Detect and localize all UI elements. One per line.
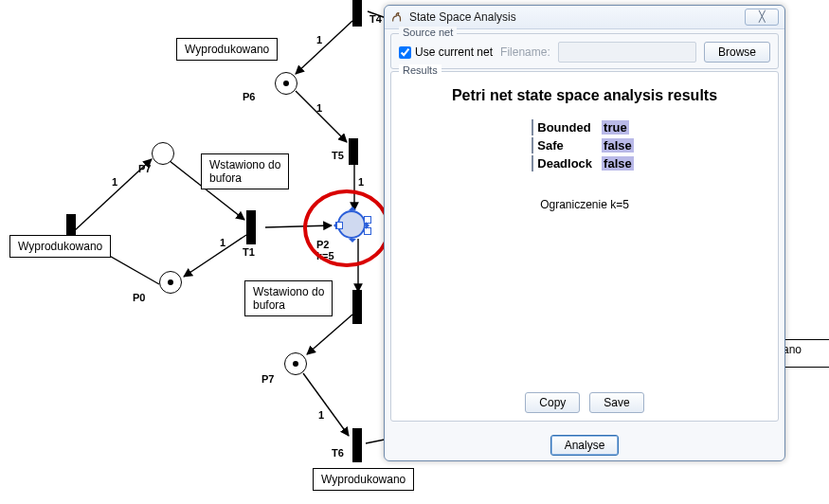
group-legend: Source net — [399, 27, 457, 38]
group-legend: Results — [399, 64, 442, 76]
cutoff-text: ano — [783, 343, 802, 356]
transition-T1[interactable] — [246, 210, 256, 244]
analyse-row: Analyse — [385, 427, 784, 458]
arc-weight: 1 — [316, 102, 322, 114]
place-label: P0 — [133, 292, 145, 303]
arc-weight: 1 — [318, 409, 324, 421]
source-net-group: Source net Use current net Filename: Bro… — [390, 33, 779, 69]
labelbox-wyprodukowano-left[interactable]: Wyprodukowano — [9, 235, 111, 258]
labelbox-wyprodukowano-bottom[interactable]: Wyprodukowano — [313, 468, 414, 491]
place-label: P7 — [138, 163, 151, 174]
results-properties-table: Bounded true Safe false Deadlock false — [530, 117, 639, 173]
window-close-button[interactable]: ╳ — [745, 9, 779, 26]
use-current-net-checkbox[interactable]: Use current net — [399, 45, 493, 59]
highlight-circle — [303, 189, 390, 267]
results-button-row: Copy Save — [401, 385, 768, 413]
labelbox-wyprodukowano-top[interactable]: Wyprodukowano — [176, 38, 278, 61]
window-title: State Space Analysis — [409, 10, 745, 24]
filename-label: Filename: — [500, 45, 550, 59]
transition-T6[interactable] — [352, 428, 362, 462]
transition-label: T6 — [332, 447, 344, 459]
table-row: Bounded true — [532, 119, 637, 135]
analyse-button[interactable]: Analyse — [550, 435, 620, 456]
transition-label: T5 — [332, 150, 344, 161]
prop-value: false — [602, 138, 634, 153]
transition-T4[interactable] — [352, 0, 362, 27]
app-icon — [390, 10, 404, 24]
labelbox-cutoff-right[interactable]: ano — [778, 339, 829, 368]
prop-value: false — [602, 156, 634, 171]
use-current-net-label: Use current net — [415, 45, 493, 59]
results-group: Results Petri net state space analysis r… — [390, 71, 779, 422]
labelbox-wstawiono-top[interactable]: Wstawiono do bufora — [201, 153, 289, 189]
save-button[interactable]: Save — [589, 392, 643, 413]
arc-weight: 1 — [220, 237, 225, 248]
filename-field — [558, 42, 696, 63]
copy-button[interactable]: Copy — [525, 392, 580, 413]
arc-weight: 1 — [358, 176, 364, 188]
prop-key: Safe — [532, 137, 596, 153]
place-P7-bottom[interactable] — [284, 352, 307, 375]
labelbox-wstawiono-bottom[interactable]: Wstawiono do bufora — [244, 280, 333, 316]
use-current-net-input[interactable] — [399, 46, 411, 59]
transition-label: T4 — [369, 13, 382, 25]
arc-weight: 1 — [112, 176, 117, 188]
place-P6[interactable] — [275, 72, 297, 95]
prop-value: true — [602, 120, 629, 135]
prop-key: Deadlock — [532, 155, 596, 171]
place-label: P7 — [261, 373, 274, 385]
results-caption: Ograniczenie k=5 — [401, 198, 768, 211]
place-P0[interactable] — [159, 271, 182, 294]
transition-mid-bottom[interactable] — [352, 290, 362, 324]
table-row: Safe false — [532, 137, 637, 153]
table-row: Deadlock false — [532, 155, 637, 171]
prop-key: Bounded — [532, 119, 596, 135]
transition-label: T1 — [243, 246, 255, 258]
place-label: P6 — [243, 91, 255, 102]
transition-T5[interactable] — [349, 138, 358, 165]
place-P7-top[interactable] — [152, 142, 174, 165]
state-space-analysis-window: State Space Analysis ╳ Source net Use cu… — [384, 5, 785, 461]
results-title: Petri net state space analysis results — [401, 87, 768, 104]
arc-weight: 1 — [316, 34, 322, 45]
browse-button[interactable]: Browse — [704, 42, 770, 63]
